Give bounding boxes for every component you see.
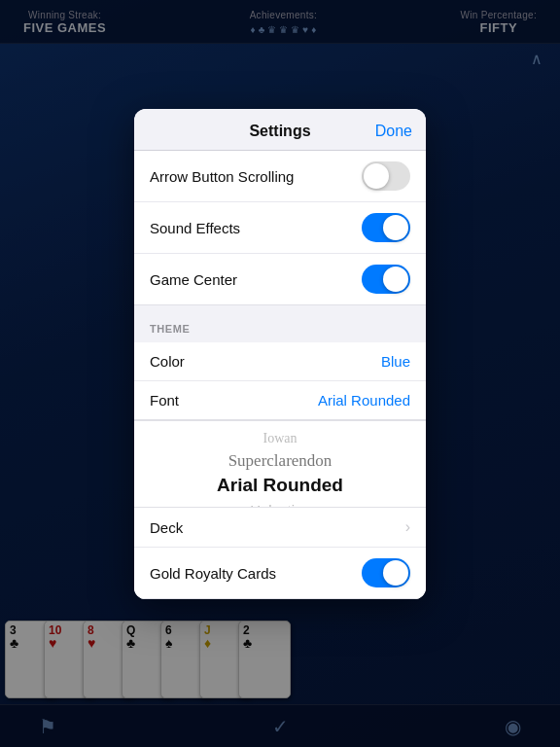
settings-modal: Settings Done Arrow Button Scrolling Sou… bbox=[134, 109, 426, 599]
font-picker-list: Iowan Superclarendon Arial Rounded Helve… bbox=[134, 429, 426, 508]
arrow-button-toggle[interactable] bbox=[362, 161, 410, 191]
theme-label: THEME bbox=[150, 323, 191, 335]
font-row[interactable]: Font Arial Rounded bbox=[134, 381, 426, 419]
gold-royalty-row: Gold Royalty Cards bbox=[134, 548, 426, 598]
toggle-knob-4 bbox=[383, 560, 408, 586]
font-helvetica[interactable]: Helvetica bbox=[250, 500, 310, 508]
game-center-row: Game Center bbox=[134, 254, 426, 304]
deck-row[interactable]: Deck › bbox=[134, 508, 426, 548]
game-center-label: Game Center bbox=[150, 271, 237, 288]
theme-section-header: THEME bbox=[134, 305, 426, 342]
bottom-group: Deck › Gold Royalty Cards bbox=[134, 508, 426, 599]
toggle-knob-3 bbox=[383, 267, 408, 292]
arrow-button-label: Arrow Button Scrolling bbox=[150, 168, 294, 185]
font-value: Arial Rounded bbox=[318, 392, 410, 409]
color-value: Blue bbox=[381, 353, 410, 370]
toggle-knob-2 bbox=[383, 215, 408, 240]
modal-title: Settings bbox=[249, 123, 310, 140]
font-label: Font bbox=[150, 392, 179, 409]
font-iowan[interactable]: Iowan bbox=[263, 429, 298, 448]
toggle-knob bbox=[364, 163, 389, 189]
font-arial-rounded[interactable]: Arial Rounded bbox=[217, 473, 343, 499]
toggle-group: Arrow Button Scrolling Sound Effects Gam… bbox=[134, 151, 426, 305]
font-superclarendon[interactable]: Superclarendon bbox=[228, 449, 332, 473]
modal-header: Settings Done bbox=[134, 109, 426, 151]
modal-overlay: Settings Done Arrow Button Scrolling Sou… bbox=[0, 0, 560, 747]
deck-chevron-icon: › bbox=[405, 518, 410, 536]
color-label: Color bbox=[150, 353, 185, 370]
deck-label: Deck bbox=[150, 519, 183, 536]
sound-effects-label: Sound Effects bbox=[150, 220, 240, 236]
gold-royalty-label: Gold Royalty Cards bbox=[150, 565, 276, 582]
gold-royalty-toggle[interactable] bbox=[362, 558, 410, 587]
font-picker[interactable]: Iowan Superclarendon Arial Rounded Helve… bbox=[134, 420, 426, 508]
sound-effects-row: Sound Effects bbox=[134, 202, 426, 254]
arrow-button-row: Arrow Button Scrolling bbox=[134, 151, 426, 202]
theme-group: Color Blue Font Arial Rounded bbox=[134, 342, 426, 420]
color-row[interactable]: Color Blue bbox=[134, 342, 426, 381]
done-button[interactable]: Done bbox=[375, 123, 412, 140]
sound-effects-toggle[interactable] bbox=[362, 213, 410, 242]
game-center-toggle[interactable] bbox=[362, 265, 410, 294]
